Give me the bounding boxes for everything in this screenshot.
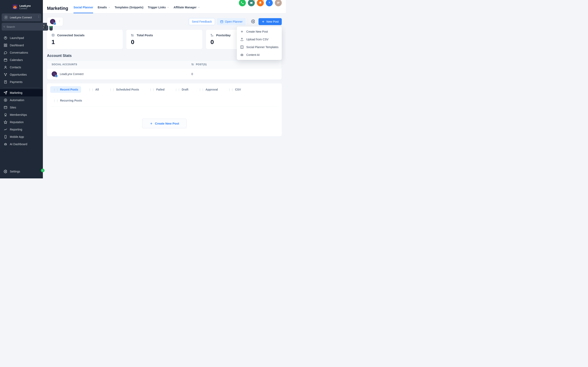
drag-handle-icon: ⋮⋮: [149, 88, 155, 91]
help-button[interactable]: [266, 0, 273, 6]
svg-point-10: [4, 73, 5, 74]
dropdown-item-templates[interactable]: Social Planner Templates: [237, 43, 282, 51]
posts-tab-label: All: [95, 88, 99, 91]
svg-point-21: [5, 171, 6, 172]
tab-templates[interactable]: Templates (Snippets): [115, 3, 144, 13]
page-title: Marketing: [47, 6, 68, 11]
nav-calendars[interactable]: Calendars: [0, 56, 43, 64]
search-input[interactable]: [7, 25, 41, 28]
tab-social-planner[interactable]: Social Planner: [73, 3, 93, 13]
notifications-button[interactable]: [257, 0, 264, 6]
nav-mobile-app[interactable]: Mobile App: [0, 133, 43, 141]
nav-item-label: Opportunities: [10, 73, 27, 76]
announcements-button[interactable]: [248, 0, 255, 6]
nav-dashboard[interactable]: Dashboard: [0, 42, 43, 49]
nav-item-label: Reputation: [10, 120, 24, 124]
nav-reputation[interactable]: Reputation: [0, 118, 43, 126]
notification-dot: [253, 0, 255, 1]
chevron-left-icon: [42, 169, 44, 171]
nav-opportunities[interactable]: Opportunities: [0, 71, 43, 78]
plus-icon: [261, 20, 265, 23]
svg-point-24: [253, 21, 254, 22]
account-name: LeadLynx Connect: [10, 16, 32, 19]
nav-item-label: Payments: [10, 80, 22, 83]
svg-point-12: [5, 75, 6, 76]
nav-marketing[interactable]: Marketing: [0, 89, 43, 96]
button-label: Send Feedback: [192, 20, 212, 23]
stat-value: 1: [52, 39, 118, 45]
brand-logo: 🦊 LeadLynx Connect: [0, 0, 43, 12]
dropdown-item-label: Content AI: [246, 53, 259, 57]
button-label: Open Planner: [225, 20, 242, 23]
posts-tab-scheduled[interactable]: ⋮⋮ Scheduled Posts: [106, 86, 142, 93]
badge-icon: [4, 113, 7, 117]
rocket-icon: [4, 36, 7, 40]
posts-count-cell: 0: [191, 72, 277, 76]
user-avatar[interactable]: IP: [275, 0, 282, 6]
nav-memberships[interactable]: Memberships: [0, 111, 43, 118]
collapse-sidebar-button[interactable]: [41, 169, 44, 172]
button-label: New Post: [267, 20, 279, 23]
dropdown-item-upload-csv[interactable]: Upload from CSV: [237, 35, 282, 43]
stat-label: Connected Socials: [57, 33, 85, 37]
tab-affiliate-manager[interactable]: Affiliate Manager: [173, 3, 200, 13]
posts-tab-approval[interactable]: ⋮⋮ Approval: [196, 86, 221, 93]
svg-rect-32: [192, 64, 192, 64]
posts-tab-draft[interactable]: ⋮⋮ Draft: [172, 86, 191, 93]
drag-handle-icon: ⋮⋮: [53, 88, 59, 91]
posts-tab-label: Failed: [156, 88, 164, 91]
drag-handle-icon: ⋮⋮: [88, 88, 94, 91]
primary-nav: Launchpad Dashboard Conversations Calend…: [0, 33, 43, 165]
chat-icon: [4, 51, 7, 54]
open-planner-button[interactable]: Open Planner: [217, 18, 246, 25]
nav-item-label: Dashboard: [10, 44, 24, 47]
nav-item-label: Sites: [10, 106, 16, 109]
posts-tab-all[interactable]: ⋮⋮ All: [86, 86, 102, 93]
phone-icon: [4, 135, 7, 139]
send-icon: [4, 91, 7, 95]
star-icon: [4, 120, 7, 124]
social-planner-toolbar: in ˄˅ Send Feedback Open Planner New Pos…: [43, 13, 286, 30]
nav-item-label: Memberships: [10, 113, 27, 117]
nav-launchpad[interactable]: Launchpad: [0, 34, 43, 42]
nav-contacts[interactable]: Contacts: [0, 64, 43, 71]
svg-point-29: [52, 34, 54, 35]
create-new-post-button[interactable]: Create New Post: [142, 119, 187, 128]
account-selector[interactable]: in ˄˅: [47, 17, 63, 26]
settings-button[interactable]: [250, 18, 256, 25]
nav-settings[interactable]: Settings: [0, 168, 43, 175]
gear-icon: [251, 19, 255, 24]
stat-label: Total Posts: [137, 33, 153, 37]
nav-sites[interactable]: Sites: [0, 104, 43, 111]
social-avatar: in: [50, 19, 55, 24]
nav-conversations[interactable]: Conversations: [0, 49, 43, 56]
tab-emails[interactable]: Emails: [98, 3, 110, 13]
calendar-icon: [4, 58, 7, 62]
table-header: SOCIAL ACCOUNTS POST(S): [47, 60, 282, 68]
nav-reporting[interactable]: Reporting: [0, 126, 43, 133]
posts-tab-recent[interactable]: ⋮⋮ Recent Posts: [50, 86, 81, 93]
svg-point-16: [5, 113, 7, 115]
search-box[interactable]: ⌘ K: [2, 23, 48, 31]
table-row[interactable]: in LeadLynx Connect 0: [47, 68, 282, 80]
svg-rect-8: [4, 59, 7, 61]
plus-icon: [240, 30, 244, 33]
nav-automation[interactable]: Automation: [0, 96, 43, 104]
empty-state: Create New Post: [50, 119, 278, 128]
account-switcher[interactable]: LeadLynx Connect ˄˅: [2, 13, 41, 21]
posts-tab-label: Recent Posts: [60, 88, 78, 91]
nav-payments[interactable]: Payments: [0, 78, 43, 86]
new-post-button[interactable]: New Post: [259, 18, 282, 25]
account-switcher-icon: [4, 15, 8, 20]
send-feedback-button[interactable]: Send Feedback: [189, 18, 215, 25]
dropdown-item-create-post[interactable]: Create New Post: [237, 28, 282, 35]
tab-trigger-links[interactable]: Trigger Links: [148, 3, 169, 13]
posts-tab-csv[interactable]: ⋮⋮ CSV: [225, 86, 244, 93]
call-button[interactable]: [239, 0, 246, 6]
stat-value: 0: [131, 39, 198, 45]
nav-ai-dashboard[interactable]: AI Dashboard: [0, 141, 43, 148]
dropdown-item-label: Social Planner Templates: [246, 45, 278, 49]
posts-tab-recurring[interactable]: ⋮⋮ Recurring Posts: [50, 97, 85, 104]
dropdown-item-content-ai[interactable]: Content AI: [237, 51, 282, 59]
posts-tab-failed[interactable]: ⋮⋮ Failed: [146, 86, 167, 93]
